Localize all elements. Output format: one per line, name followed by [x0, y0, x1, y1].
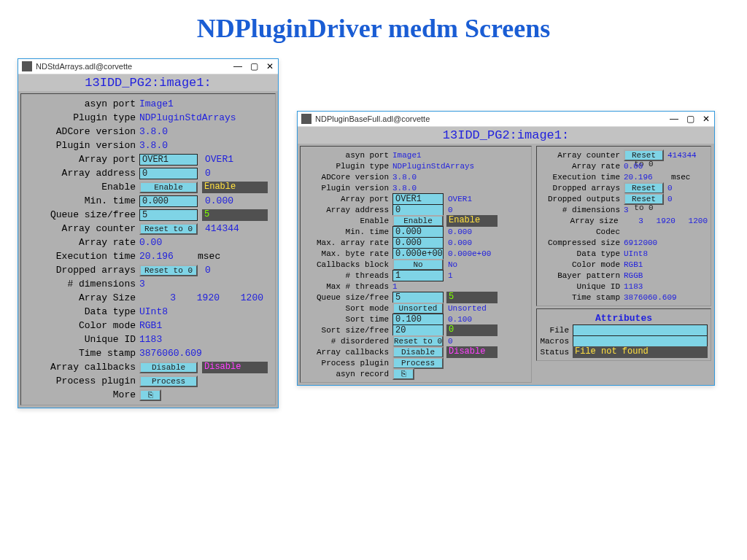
process-button[interactable]: Process	[392, 357, 444, 369]
label: # disordered	[303, 337, 392, 346]
label: Compressed size	[540, 238, 624, 247]
enable-button[interactable]: Enable	[139, 182, 198, 193]
value: 0.000	[448, 238, 472, 247]
label: Execution time	[540, 173, 624, 182]
queue-input[interactable]: 5	[139, 209, 198, 221]
screen-title: 13IDD_PG2:image1:	[298, 127, 714, 144]
label: Queue size/free	[303, 293, 392, 302]
label: Queue size/free	[24, 209, 139, 220]
array-callbacks-state: Disable	[202, 362, 268, 373]
reset-disordered-button[interactable]: Reset to 0	[392, 335, 444, 347]
mintime-input[interactable]: 0.000	[392, 226, 444, 238]
label: Sort time	[303, 315, 392, 324]
window-title: NDPluginBaseFull.adl@corvette	[315, 114, 666, 123]
window-icon	[22, 61, 32, 71]
threads-input[interactable]: 1	[392, 270, 444, 281]
value: 0	[205, 168, 211, 179]
value: NDPluginStdArrays	[139, 112, 236, 123]
value: 0	[667, 195, 673, 203]
array-port-input[interactable]: OVER1	[139, 154, 198, 166]
label: Array callbacks	[24, 362, 139, 373]
label: Dropped outputs	[540, 195, 624, 203]
label: Bayer pattern	[540, 271, 624, 280]
process-button[interactable]: Process	[139, 376, 198, 387]
label: Array rate	[540, 162, 624, 171]
unit: msec	[671, 173, 690, 182]
label: Execution time	[24, 251, 139, 262]
label: # dimensions	[24, 279, 139, 289]
label: Enable	[303, 217, 392, 225]
sortmode-button[interactable]: Unsorted	[392, 303, 444, 314]
value: 1920	[176, 292, 220, 303]
value: UInt8	[624, 249, 648, 258]
label: Macros	[540, 337, 573, 346]
label: Array address	[24, 168, 139, 179]
value: 1200	[676, 217, 708, 225]
value: 0.00	[139, 237, 162, 248]
label: Array counter	[540, 151, 624, 160]
label: Plugin version	[24, 140, 139, 151]
reset-dropped-arrays-button[interactable]: Reset to 0	[624, 182, 664, 194]
screen-title: 13IDD_PG2:image1:	[18, 74, 278, 91]
reset-counter-button[interactable]: Reset to 0	[139, 223, 198, 235]
value: 3.8.0	[139, 126, 168, 137]
enable-button[interactable]: Enable	[392, 215, 444, 227]
label: Color mode	[540, 260, 624, 269]
label: Sort mode	[303, 304, 392, 313]
value: 0.100	[448, 315, 472, 324]
label: Plugin type	[303, 162, 392, 171]
maxarrayrate-input[interactable]: 0.000	[392, 237, 444, 249]
value: Unsorted	[448, 304, 487, 313]
minimize-button[interactable]: —	[666, 114, 682, 124]
close-button[interactable]: ✕	[698, 114, 714, 124]
window-ndpluginbasefull: NDPluginBaseFull.adl@corvette — ▢ ✕ 13ID…	[297, 111, 715, 386]
minimize-button[interactable]: —	[230, 61, 246, 71]
value: 0.000	[205, 195, 233, 206]
sorttime-input[interactable]: 0.100	[392, 314, 444, 325]
mintime-input[interactable]: 0.000	[139, 195, 198, 207]
label: # dimensions	[540, 206, 624, 214]
label: Plugin version	[303, 184, 392, 192]
maximize-button[interactable]: ▢	[246, 61, 262, 71]
queue-input[interactable]: 5	[392, 292, 444, 303]
label: Color mode	[24, 320, 139, 331]
more-button[interactable]: ⎘	[139, 389, 161, 401]
sortsize-input[interactable]: 20	[392, 324, 444, 336]
label: Data type	[24, 306, 139, 317]
array-addr-input[interactable]: 0	[139, 168, 198, 179]
array-callbacks-button[interactable]: Disable	[139, 362, 198, 373]
array-port-input[interactable]: OVER1	[392, 193, 444, 205]
label: Min. time	[303, 228, 392, 236]
label: Array size	[540, 217, 622, 225]
status-value: File not found	[573, 346, 708, 358]
value: 1920	[643, 217, 676, 225]
reset-dropped-button[interactable]: Reset to 0	[139, 265, 198, 276]
queue-state: 5	[202, 209, 268, 221]
array-addr-input[interactable]: 0	[392, 204, 444, 216]
reset-counter-button[interactable]: Reset to 0	[624, 149, 664, 161]
label: Array address	[303, 206, 392, 214]
callbacks-block-button[interactable]: No	[392, 259, 444, 271]
label: Time stamp	[24, 348, 139, 359]
value: 0	[448, 206, 453, 214]
slide-title: NDPluginDriver medm Screens	[0, 0, 747, 51]
maximize-button[interactable]: ▢	[682, 114, 698, 124]
label: Data type	[540, 249, 624, 258]
file-input[interactable]	[573, 324, 708, 336]
value: UInt8	[139, 306, 168, 317]
maxbyterate-input[interactable]: 0.000e+00	[392, 248, 444, 260]
value: 0.000	[448, 228, 472, 236]
value: 3	[622, 217, 643, 225]
enable-state: Enable	[446, 215, 498, 227]
reset-dropped-outputs-button[interactable]: Reset to 0	[624, 193, 664, 205]
close-button[interactable]: ✕	[262, 61, 278, 71]
titlebar[interactable]: NDPluginBaseFull.adl@corvette — ▢ ✕	[298, 112, 714, 127]
titlebar[interactable]: NDStdArrays.adl@corvette — ▢ ✕	[18, 59, 278, 74]
array-callbacks-button[interactable]: Disable	[392, 346, 444, 358]
value: 1	[448, 271, 453, 280]
asyn-record-button[interactable]: ⎘	[392, 368, 414, 380]
macros-input[interactable]	[573, 335, 708, 347]
label: Array port	[303, 195, 392, 203]
label: # threads	[303, 271, 392, 280]
value: 3876060.609	[139, 348, 202, 359]
